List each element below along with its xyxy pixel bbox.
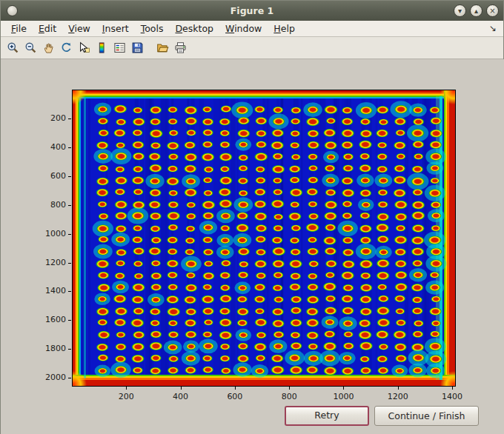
tick-mark (343, 387, 344, 390)
menu-item-window[interactable]: Window (219, 21, 268, 36)
tick-mark (126, 387, 127, 390)
tick-mark (68, 234, 71, 235)
menu-item-edit[interactable]: Edit (33, 21, 62, 36)
tick-mark (235, 387, 236, 390)
x-tick-label: 600 (219, 392, 251, 402)
rotate-3d-icon[interactable] (58, 39, 75, 56)
save-icon[interactable] (129, 39, 146, 56)
menu-item-tools[interactable]: Tools (135, 21, 170, 36)
menu-item-view[interactable]: View (62, 21, 96, 36)
close-button[interactable]: × (486, 4, 499, 17)
continue-finish-button[interactable]: Continue / Finish (374, 406, 479, 426)
y-tick-label: 400 (26, 142, 66, 153)
y-tick-label: 1400 (26, 286, 66, 296)
plot-axes (72, 90, 456, 387)
titlebar[interactable]: Figure 1 ▾▴× (1, 1, 503, 21)
x-tick-label: 1000 (327, 392, 359, 402)
tick-mark (68, 291, 71, 292)
x-tick-label: 1200 (382, 392, 414, 402)
zoom-out-icon[interactable] (22, 39, 39, 56)
y-tick-label: 2000 (26, 373, 66, 383)
minimize-button[interactable]: ▾ (454, 4, 466, 17)
window-title: Figure 1 (1, 5, 503, 16)
menu-item-insert[interactable]: Insert (96, 21, 135, 36)
maximize-button[interactable]: ▴ (470, 4, 483, 17)
pan-hand-icon[interactable] (40, 39, 57, 56)
y-tick-label: 1600 (26, 315, 66, 325)
data-cursor-icon[interactable] (76, 39, 93, 56)
window-controls: ▾▴× (454, 4, 499, 17)
figure-area: Retry Continue / Finish 2004006008001000… (1, 59, 504, 434)
dock-figure-icon[interactable]: ↘ (489, 23, 497, 33)
toolbar-separator (147, 39, 154, 56)
toolbar (1, 37, 503, 59)
tick-mark (68, 349, 71, 350)
tick-mark (452, 387, 453, 390)
y-tick-label: 1000 (26, 229, 66, 239)
y-tick-label: 1200 (26, 258, 66, 268)
y-tick-label: 600 (26, 171, 66, 181)
menubar: ↘ FileEditViewInsertToolsDesktopWindowHe… (1, 21, 503, 37)
y-tick-label: 200 (26, 113, 66, 124)
legend-icon[interactable] (111, 39, 128, 56)
tick-mark (68, 205, 71, 206)
y-tick-label: 1800 (26, 344, 66, 354)
tick-mark (68, 118, 71, 119)
x-tick-label: 800 (273, 392, 305, 402)
tick-mark (289, 387, 290, 390)
figure-window: Figure 1 ▾▴× ↘ FileEditViewInsertToolsDe… (0, 0, 504, 434)
tick-mark (398, 387, 399, 390)
open-folder-icon[interactable] (154, 39, 171, 56)
print-icon[interactable] (172, 39, 189, 56)
plate-image (73, 90, 455, 386)
zoom-in-icon[interactable] (4, 39, 21, 56)
x-tick-label: 200 (110, 392, 142, 402)
tick-mark (68, 263, 71, 264)
menu-item-help[interactable]: Help (268, 21, 301, 36)
menu-item-desktop[interactable]: Desktop (169, 21, 219, 36)
tick-mark (68, 147, 71, 148)
tick-mark (68, 176, 71, 177)
tick-mark (181, 387, 182, 390)
tick-mark (68, 320, 71, 321)
tick-mark (68, 378, 71, 378)
colorbar-icon[interactable] (93, 39, 110, 56)
x-tick-label: 400 (165, 392, 197, 402)
y-tick-label: 800 (26, 200, 66, 210)
retry-button[interactable]: Retry (285, 406, 369, 426)
x-tick-label: 1400 (436, 392, 468, 402)
menu-item-file[interactable]: File (5, 21, 33, 36)
